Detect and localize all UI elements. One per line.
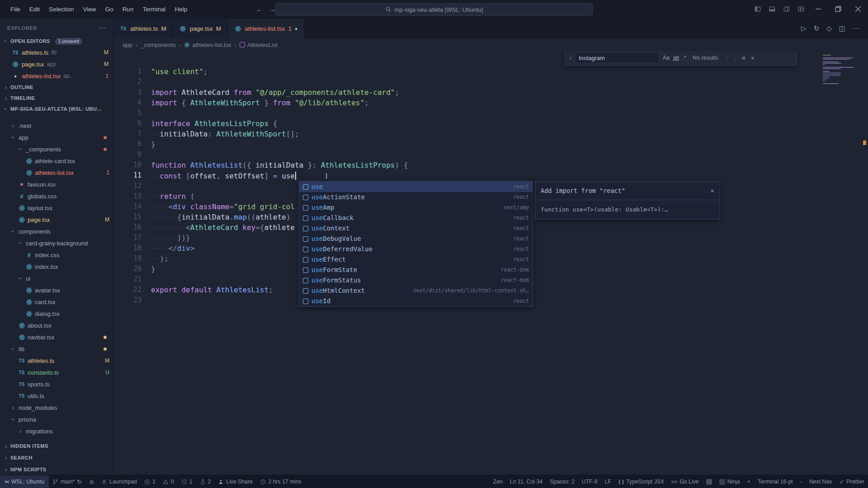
code-line[interactable]: 4import { AthleteWithSport } from "@/lib… xyxy=(113,98,868,108)
tree-item-ui[interactable]: ›ui xyxy=(0,272,113,284)
tree-item-navbar.tsx[interactable]: navbar.tsx xyxy=(0,331,113,343)
tree-item-layout.tsx[interactable]: layout.tsx xyxy=(0,202,113,214)
tree-item-sports.ts[interactable]: TSsports.ts xyxy=(0,378,113,390)
customize-layout-icon[interactable] xyxy=(794,6,808,12)
breadcrumb-athletes-list.tsx[interactable]: athletes-list.tsx xyxy=(184,42,231,48)
cursor-position[interactable]: Ln 11, Col 34 xyxy=(506,475,546,488)
breadcrumb-AthletesList[interactable]: AthletesList xyxy=(240,42,278,48)
suggestion-useFormStatus[interactable]: useFormStatusreact-dom xyxy=(299,275,533,286)
go-live[interactable]: Go Live xyxy=(668,475,702,488)
forward-button[interactable]: → xyxy=(269,5,276,13)
tab-athletes-list.tsx[interactable]: athletes-list.tsx1● xyxy=(228,19,304,38)
code-editor[interactable]: 1"use client";23import AthleteCard from … xyxy=(113,51,868,475)
tree-item-card.tsx[interactable]: card.tsx xyxy=(0,296,113,308)
menu-help[interactable]: Help xyxy=(170,4,191,14)
more-actions-button[interactable]: ⋯ xyxy=(849,24,863,33)
hidden-items-section[interactable]: › HIDDEN ITEMS xyxy=(0,440,113,451)
next-match-icon[interactable]: ↓ xyxy=(732,52,739,64)
tree-item-.next[interactable]: ›.next xyxy=(0,120,113,131)
toggle-sidebar-icon[interactable] xyxy=(750,6,765,12)
zen-mode[interactable]: Zen xyxy=(490,475,506,488)
code-line[interactable]: 8} xyxy=(113,139,868,150)
problems-errors[interactable]: 1 xyxy=(141,475,159,488)
close-icon[interactable]: × xyxy=(749,52,756,64)
suggestion-useHtmlContext[interactable]: useHtmlContextnext/dist/shared/lib/html-… xyxy=(299,286,533,296)
tree-item-utils.ts[interactable]: TSutils.ts xyxy=(0,390,113,402)
code-line[interactable]: 2 xyxy=(113,77,868,87)
close-icon[interactable]: × xyxy=(709,186,716,196)
time-tracker[interactable]: 2 hrs 17 mins xyxy=(256,475,305,488)
sync-status[interactable]: ⊘ xyxy=(85,475,98,488)
suggestion-useContext[interactable]: useContextreact xyxy=(299,223,533,234)
sync-icon[interactable]: ↻ xyxy=(77,479,82,485)
timeline-section[interactable]: › TIMELINE xyxy=(0,93,113,103)
tree-item-favicon.ico[interactable]: ★favicon.ico xyxy=(0,178,113,190)
find-input[interactable] xyxy=(575,52,659,63)
problems-warnings[interactable]: 0 xyxy=(159,475,178,488)
tab-athletes.ts[interactable]: TSathletes.tsM xyxy=(113,19,173,38)
open-editor-page.tsx[interactable]: page.tsxappM xyxy=(0,58,113,70)
launchpad[interactable]: Launchpad xyxy=(98,475,141,488)
open-editors-header[interactable]: › OPEN EDITORS 1 unsaved xyxy=(0,36,113,47)
console-ninja[interactable]: Ninja xyxy=(716,475,744,488)
tree-item-prisma[interactable]: ›prisma xyxy=(0,413,113,425)
remote-indicator[interactable]: ><WSL: Ubuntu xyxy=(0,475,49,488)
suggestion-useFormState[interactable]: useFormStatereact-dom xyxy=(299,265,533,275)
previous-match-icon[interactable]: ↑ xyxy=(723,52,730,64)
git-branch[interactable]: main*↻ xyxy=(49,475,85,488)
suggestion-useActionState[interactable]: useActionStatereact xyxy=(299,192,533,202)
indentation[interactable]: Spaces: 2 xyxy=(546,475,578,488)
breadcrumb-_components[interactable]: _components xyxy=(141,42,176,48)
code-line[interactable]: 6interface AthletesListProps { xyxy=(113,118,868,129)
suggestion-useDebugValue[interactable]: useDebugValuereact xyxy=(299,234,533,244)
prettier[interactable]: ✓Prettier xyxy=(835,475,868,488)
next-nav[interactable]: Next.Nav xyxy=(806,475,836,488)
tree-item-migrations[interactable]: ›migrations xyxy=(0,425,113,437)
tree-item-athlete-card.tsx[interactable]: athlete-card.tsx xyxy=(0,155,113,167)
problems-info[interactable]: 1 xyxy=(178,475,196,488)
encoding[interactable]: UTF-8 xyxy=(578,475,601,488)
eol-sequence[interactable]: LF xyxy=(601,475,615,488)
menu-go[interactable]: Go xyxy=(101,4,118,14)
tree-item-avatar.tsx[interactable]: avatar.tsx xyxy=(0,284,113,296)
code-line[interactable]: 9 xyxy=(113,150,868,160)
tests-status[interactable]: 2 xyxy=(196,475,215,488)
toggle-secondary-sidebar-icon[interactable] xyxy=(779,6,794,12)
breadcrumb-app[interactable]: app xyxy=(123,42,132,48)
regex-toggle[interactable]: .* xyxy=(681,52,688,64)
npm-scripts-section[interactable]: › NPM SCRIPTS xyxy=(0,463,113,475)
split-editor-button[interactable]: ◫ xyxy=(836,24,849,33)
tree-item-components[interactable]: ›components xyxy=(0,225,113,237)
run-button[interactable]: ▷ xyxy=(798,24,810,33)
live-share[interactable]: Live Share xyxy=(214,475,256,488)
menu-terminal[interactable]: Terminal xyxy=(138,4,170,14)
code-line[interactable]: 10function AthletesList({ initialData }:… xyxy=(113,160,868,170)
code-line[interactable]: 5 xyxy=(113,108,868,118)
menu-file[interactable]: File xyxy=(6,4,24,14)
search-section[interactable]: › SEARCH xyxy=(0,451,113,463)
match-case-toggle[interactable]: Aa xyxy=(661,52,671,64)
command-center[interactable]: mp-siga-seu-atleta [WSL: Ubuntu] xyxy=(275,3,593,16)
compare-button[interactable]: ◇ xyxy=(823,24,835,33)
open-editor-athletes-list.tsx[interactable]: ●athletes-list.tsxap...1 xyxy=(0,70,113,82)
suggestion-useCallback[interactable]: useCallbackreact xyxy=(299,213,533,223)
suggestion-useAmp[interactable]: useAmpnext/amp xyxy=(299,202,533,213)
tree-item-page.tsx[interactable]: page.tsxM xyxy=(0,214,113,225)
suggestion-useDeferredValue[interactable]: useDeferredValuereact xyxy=(299,244,533,254)
tree-item-_components[interactable]: ›_components xyxy=(0,143,113,155)
tree-item-app[interactable]: ›app xyxy=(0,131,113,143)
find-in-selection-icon[interactable]: ≡ xyxy=(740,52,747,64)
tab-page.tsx[interactable]: page.tsxM xyxy=(173,19,228,38)
open-editor-athletes.ts[interactable]: TSathletes.tslibM xyxy=(0,47,113,58)
close-button[interactable] xyxy=(848,0,868,18)
terminal-font-decrease[interactable]: - xyxy=(797,475,806,488)
terminal-font-size[interactable]: Terminal 16-pt xyxy=(754,475,797,488)
tree-item-lib[interactable]: ›lib xyxy=(0,343,113,355)
code-line[interactable]: 1"use client"; xyxy=(113,66,868,77)
whole-word-toggle[interactable]: ab xyxy=(671,52,681,64)
menu-run[interactable]: Run xyxy=(118,4,138,14)
terminal-font-increase[interactable]: + xyxy=(744,475,754,488)
refresh-button[interactable]: ↻ xyxy=(811,24,823,33)
tree-item-athletes-list.tsx[interactable]: athletes-list.tsx1 xyxy=(0,167,113,178)
menu-selection[interactable]: Selection xyxy=(45,4,78,14)
